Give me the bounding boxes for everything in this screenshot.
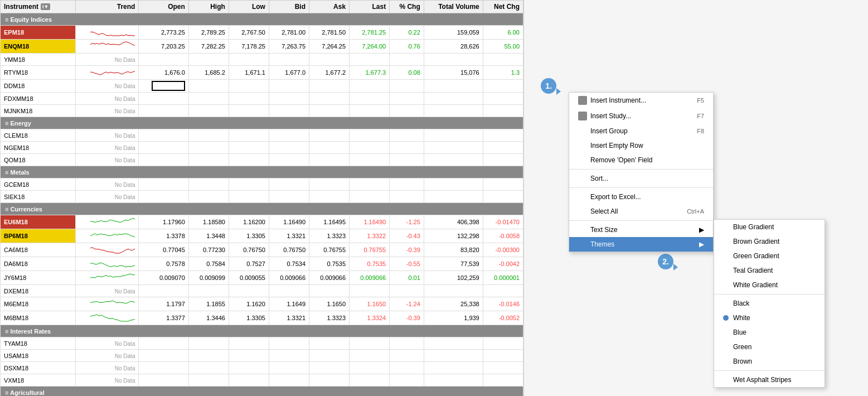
col-instrument[interactable]: Instrument I▼ [1, 1, 76, 13]
menu-label: Export to Excel... [590, 193, 704, 201]
empty-indicator [723, 301, 729, 306]
table-row[interactable]: SIEK18No Data [1, 191, 523, 203]
table-row[interactable]: RTYM18 1,676.01,685.21,671.11,677.01,677… [1, 66, 523, 80]
empty-indicator [723, 268, 729, 273]
menu-item-insert-empty-row[interactable]: Insert Empty Row [569, 138, 713, 153]
menu-item-themes[interactable]: Themes▶ [569, 237, 713, 252]
table-row[interactable]: DA6M18 0.75780.75840.75270.75340.75350.7… [1, 257, 523, 271]
table-row[interactable]: YMM18No Data [1, 54, 523, 66]
menu-item-select-all[interactable]: Select AllCtrl+A [569, 204, 713, 219]
table-row[interactable]: JY6M18 0.0090700.0090990.0090550.0090660… [1, 271, 523, 285]
menu-label: Insert Empty Row [590, 142, 704, 149]
theme-item-blue[interactable]: Blue [714, 325, 825, 340]
menu-icon [578, 96, 587, 105]
theme-item-brown[interactable]: Brown [714, 354, 825, 369]
menu-shortcut: F8 [697, 128, 704, 134]
col-bid: Bid [269, 1, 309, 13]
menu-shortcut: F7 [697, 113, 704, 119]
section-header-currencies: ≡ Currencies [1, 203, 523, 215]
empty-indicator [723, 282, 729, 288]
col-pct-chg: % Chg [390, 1, 424, 13]
section-header-metals: ≡ Metals [1, 166, 523, 178]
theme-label: White Gradient [733, 281, 778, 289]
menu-label: Text Size [590, 226, 695, 234]
table-row[interactable]: EU6M18 1.179601.185801.162001.164901.164… [1, 215, 523, 229]
instruments-table: Instrument I▼ Trend Open High Low Bid As… [0, 0, 523, 396]
theme-item-green[interactable]: Green [714, 340, 825, 354]
theme-item-teal-gradient[interactable]: Teal Gradient [714, 263, 825, 278]
menu-separator [569, 169, 713, 170]
empty-indicator [723, 344, 729, 350]
callout-2: 2. [658, 254, 673, 269]
theme-item-blue-gradient[interactable]: Blue Gradient [714, 220, 825, 234]
theme-label: Blue Gradient [733, 223, 774, 231]
menu-label: Select All [590, 207, 687, 215]
theme-item-green-gradient[interactable]: Green Gradient [714, 249, 825, 263]
table-row[interactable]: MJNKM18No Data [1, 105, 523, 117]
empty-indicator [723, 330, 729, 335]
menu-item-text-size[interactable]: Text Size▶ [569, 223, 713, 237]
callout-1-tail [556, 88, 561, 95]
table-row[interactable]: DXEM18No Data [1, 285, 523, 297]
menu-item-insert-instrument-[interactable]: Insert Instrument...F5 [569, 93, 713, 108]
table-row[interactable]: NGEM18No Data [1, 142, 523, 154]
menu-item-remove-open-field[interactable]: Remove 'Open' Field [569, 153, 713, 167]
empty-indicator [723, 377, 729, 383]
col-net-chg: Net Chg [483, 1, 523, 13]
section-header-agricultural: ≡ Agricultural [1, 387, 523, 397]
theme-label: Blue [733, 329, 746, 336]
theme-label: Green Gradient [733, 252, 779, 260]
theme-label: Teal Gradient [733, 267, 773, 274]
menu-icon [578, 112, 587, 120]
menu-shortcut: F5 [697, 97, 704, 104]
submenu-separator [714, 294, 825, 294]
section-header-interest-rates: ≡ Interest Rates [1, 325, 523, 337]
theme-item-black[interactable]: Black [714, 296, 825, 311]
theme-item-brown-gradient[interactable]: Brown Gradient [714, 234, 825, 249]
menu-label: Insert Instrument... [590, 96, 697, 104]
table-row[interactable]: EPM18 2,773.252,789.252,767.502,781.002,… [1, 26, 523, 40]
table-row[interactable]: DDM18No Data [1, 80, 523, 93]
table-row[interactable]: TYAM18No Data [1, 337, 523, 350]
submenu-arrow: ▶ [699, 226, 704, 234]
theme-item-white-gradient[interactable]: White Gradient [714, 278, 825, 292]
menu-shortcut: Ctrl+A [687, 208, 704, 215]
selected-indicator [723, 315, 729, 321]
menu-separator [569, 187, 713, 188]
table-row[interactable]: CA6M18 0.770450.772300.767500.767500.767… [1, 243, 523, 257]
table-row[interactable]: ENQM18 7,203.257,282.257,178.257,263.757… [1, 40, 523, 54]
table-row[interactable]: VXM18No Data [1, 374, 523, 387]
table-row[interactable]: QOM18No Data [1, 154, 523, 166]
col-trend: Trend [75, 1, 139, 13]
menu-separator [569, 220, 713, 221]
themes-submenu: Blue GradientBrown GradientGreen Gradien… [714, 219, 825, 388]
table-row[interactable]: CLEM18No Data [1, 129, 523, 142]
menu-item-insert-study-[interactable]: Insert Study...F7 [569, 108, 713, 124]
table-row[interactable]: DSXM18No Data [1, 362, 523, 374]
col-low: Low [229, 1, 269, 13]
theme-label: Brown [733, 358, 752, 365]
col-open: Open [139, 1, 188, 13]
menu-label: Insert Study... [590, 112, 697, 120]
table-row[interactable]: BP6M18 1.33781.34481.33051.33211.33231.3… [1, 229, 523, 243]
empty-indicator [723, 253, 729, 259]
right-panel: 1. 2. Insert Instrument...F5Insert Study… [524, 0, 868, 396]
context-menu: Insert Instrument...F5Insert Study...F7I… [569, 92, 714, 252]
callout-2-tail [673, 264, 678, 271]
table-row[interactable]: FDXMM18No Data [1, 93, 523, 105]
col-high: High [188, 1, 229, 13]
table-row[interactable]: USAM18No Data [1, 350, 523, 362]
submenu-separator [714, 370, 825, 371]
menu-label: Insert Group [590, 127, 697, 135]
submenu-arrow: ▶ [699, 240, 704, 248]
theme-label: Wet Asphalt Stripes [733, 376, 792, 384]
theme-item-white[interactable]: White [714, 311, 825, 325]
menu-item-sort-[interactable]: Sort... [569, 171, 713, 186]
section-header-equity-indices: ≡ Equity Indices [1, 13, 523, 26]
table-row[interactable]: GCEM18No Data [1, 178, 523, 191]
menu-item-insert-group[interactable]: Insert GroupF8 [569, 124, 713, 138]
menu-item-export-to-excel-[interactable]: Export to Excel... [569, 190, 713, 204]
table-row[interactable]: M6EM18 1.17971.18551.16201.16491.16501.1… [1, 297, 523, 311]
theme-item-wet-asphalt-stripes[interactable]: Wet Asphalt Stripes [714, 373, 825, 387]
table-row[interactable]: M6BM18 1.33771.34461.33051.33211.33231.3… [1, 311, 523, 325]
